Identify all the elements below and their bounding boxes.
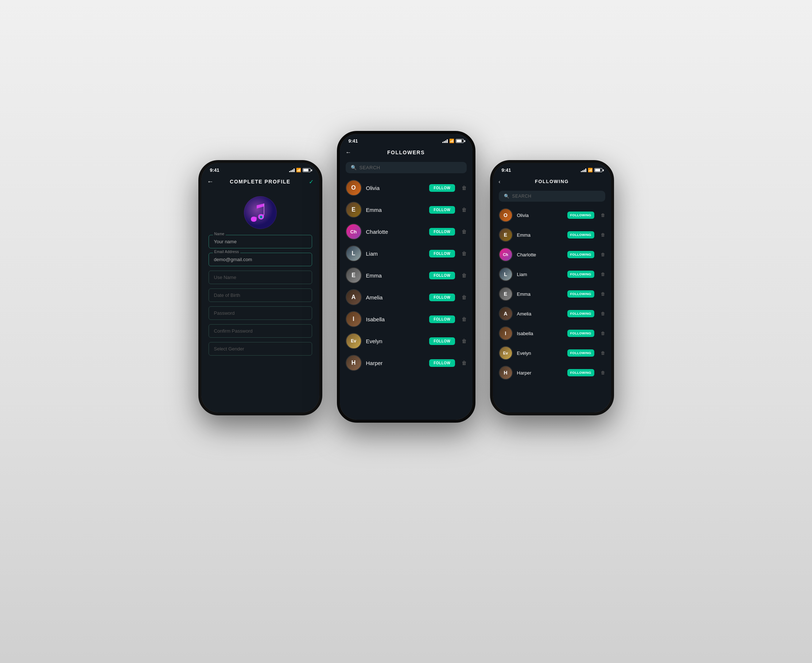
following-button-olivia[interactable]: FOLLOWING — [567, 212, 594, 219]
username-input[interactable]: Use Name — [208, 271, 312, 284]
password-input[interactable]: Password — [208, 306, 312, 320]
list-item: I Isabella FOLLOW 🗑 — [340, 308, 473, 330]
following-button-liam[interactable]: FOLLOWING — [567, 271, 594, 278]
list-item: E Emma FOLLOWING 🗑 — [493, 284, 611, 304]
follow-button-emma2[interactable]: FOLLOW — [429, 272, 455, 279]
following-button-harper[interactable]: FOLLOWING — [567, 369, 594, 376]
user-name-evelyn-r: Evelyn — [517, 351, 563, 356]
delete-icon-harper[interactable]: 🗑 — [462, 360, 467, 366]
following-button-amelia[interactable]: FOLLOWING — [567, 310, 594, 317]
avatar-emma2: E — [345, 267, 362, 283]
list-item: O Olivia FOLLOW 🗑 — [340, 177, 473, 199]
followers-search-bar[interactable]: 🔍 SEARCH — [345, 162, 467, 173]
user-name-emma1: Emma — [366, 207, 425, 213]
delete-icon-amelia[interactable]: 🗑 — [462, 294, 467, 300]
dob-field[interactable]: Date of Birth — [208, 288, 312, 302]
list-item: O Olivia FOLLOWING 🗑 — [493, 205, 611, 225]
svg-point-2 — [251, 217, 256, 222]
follow-button-charlotte[interactable]: FOLLOW — [429, 228, 455, 236]
wifi-icon-center: 📶 — [449, 139, 454, 143]
avatar-amelia: A — [345, 289, 362, 305]
follow-button-liam[interactable]: FOLLOW — [429, 250, 455, 257]
list-item: L Liam FOLLOWING 🗑 — [493, 264, 611, 284]
delete-icon-olivia-r[interactable]: 🗑 — [601, 213, 605, 218]
followers-screen: 9:41 📶 ← FOLLOWERS 🔍 SEA — [340, 134, 473, 420]
following-button-charlotte[interactable]: FOLLOWING — [567, 251, 594, 258]
delete-icon-isabella[interactable]: 🗑 — [462, 316, 467, 322]
follow-button-amelia[interactable]: FOLLOW — [429, 294, 455, 301]
delete-icon-harper-r[interactable]: 🗑 — [601, 370, 605, 375]
complete-profile-header: ← COMPLETE PROFILE ✓ — [201, 174, 320, 189]
name-input[interactable]: Your name — [208, 235, 312, 248]
gender-field[interactable]: Select Gender — [208, 342, 312, 356]
confirm-button[interactable]: ✓ — [309, 178, 313, 185]
avatar-charlotte-r: Ch — [499, 247, 513, 262]
delete-icon-isabella-r[interactable]: 🗑 — [601, 331, 605, 336]
delete-icon-liam[interactable]: 🗑 — [462, 251, 467, 256]
avatar-isabella: I — [345, 311, 362, 327]
email-field[interactable]: Email Address demo@gmail.com — [208, 253, 312, 266]
delete-icon-evelyn-r[interactable]: 🗑 — [601, 351, 605, 356]
email-input[interactable]: demo@gmail.com — [208, 253, 312, 266]
signal-icon-left — [289, 168, 295, 172]
delete-icon-charlotte-r[interactable]: 🗑 — [601, 252, 605, 257]
delete-icon-amelia-r[interactable]: 🗑 — [601, 311, 605, 316]
username-field[interactable]: Use Name — [208, 271, 312, 284]
following-button-evelyn[interactable]: FOLLOWING — [567, 349, 594, 357]
delete-icon-emma1-r[interactable]: 🗑 — [601, 232, 605, 238]
complete-profile-title: COMPLETE PROFILE — [230, 179, 290, 184]
follow-button-olivia[interactable]: FOLLOW — [429, 184, 455, 192]
list-item: E Emma FOLLOWING 🗑 — [493, 225, 611, 245]
follow-button-harper[interactable]: FOLLOW — [429, 359, 455, 367]
delete-icon-emma2[interactable]: 🗑 — [462, 272, 467, 278]
avatar-harper: H — [345, 355, 362, 371]
avatar-olivia: O — [345, 180, 362, 196]
follow-button-emma1[interactable]: FOLLOW — [429, 206, 455, 214]
svg-point-4 — [260, 216, 262, 218]
avatar-isabella-r: I — [499, 327, 513, 340]
phone-center: 9:41 📶 ← FOLLOWERS 🔍 SEA — [337, 131, 475, 423]
avatar-emma1-r: E — [499, 228, 513, 242]
avatar-emma2-r: E — [499, 287, 513, 301]
list-item: Ev Evelyn FOLLOW 🗑 — [340, 330, 473, 352]
following-header: ‹ FOLLOWING — [493, 174, 611, 189]
status-icons-left: 📶 — [289, 168, 311, 173]
list-item: E Emma FOLLOW 🗑 — [340, 264, 473, 286]
user-name-emma2-r: Emma — [517, 291, 563, 297]
dob-input[interactable]: Date of Birth — [208, 288, 312, 302]
user-name-emma1-r: Emma — [517, 232, 563, 238]
user-name-isabella-r: Isabella — [517, 331, 563, 336]
following-search-bar[interactable]: 🔍 SEARCH — [499, 191, 605, 202]
follow-button-isabella[interactable]: FOLLOW — [429, 315, 455, 323]
user-name-harper: Harper — [366, 360, 425, 366]
delete-icon-liam-r[interactable]: 🗑 — [601, 272, 605, 277]
time-right: 9:41 — [502, 167, 511, 173]
delete-icon-emma1[interactable]: 🗑 — [462, 207, 467, 213]
gender-input[interactable]: Select Gender — [208, 342, 312, 356]
password-field[interactable]: Password — [208, 306, 312, 320]
user-name-harper-r: Harper — [517, 370, 563, 376]
follow-button-evelyn[interactable]: FOLLOW — [429, 337, 455, 345]
back-button-left[interactable]: ← — [207, 178, 214, 186]
signal-icon-right — [581, 168, 586, 172]
list-item: E Emma FOLLOW 🗑 — [340, 199, 473, 221]
list-item: Ev Evelyn FOLLOWING 🗑 — [493, 343, 611, 363]
list-item: A Amelia FOLLOW 🗑 — [340, 286, 473, 308]
delete-icon-emma2-r[interactable]: 🗑 — [601, 291, 605, 296]
avatar-evelyn-r: Ev — [499, 346, 513, 360]
following-button-emma1[interactable]: FOLLOWING — [567, 231, 594, 239]
name-field[interactable]: Name Your name — [208, 235, 312, 248]
phones-container: 9:41 📶 ← COMPLETE PROFILE ✓ — [187, 131, 625, 532]
delete-icon-charlotte[interactable]: 🗑 — [462, 229, 467, 234]
delete-icon-olivia[interactable]: 🗑 — [462, 185, 467, 191]
delete-icon-evelyn[interactable]: 🗑 — [462, 338, 467, 344]
back-button-right[interactable]: ‹ — [499, 179, 500, 184]
status-bar-right: 9:41 📶 — [493, 163, 611, 174]
back-button-center[interactable]: ← — [345, 149, 352, 156]
avatar-olivia-r: O — [499, 208, 513, 222]
user-name-isabella: Isabella — [366, 316, 425, 322]
following-button-emma2[interactable]: FOLLOWING — [567, 290, 594, 298]
confirm-password-input[interactable]: Confirm Password — [208, 324, 312, 338]
confirm-password-field[interactable]: Confirm Password — [208, 324, 312, 338]
following-button-isabella[interactable]: FOLLOWING — [567, 330, 594, 337]
